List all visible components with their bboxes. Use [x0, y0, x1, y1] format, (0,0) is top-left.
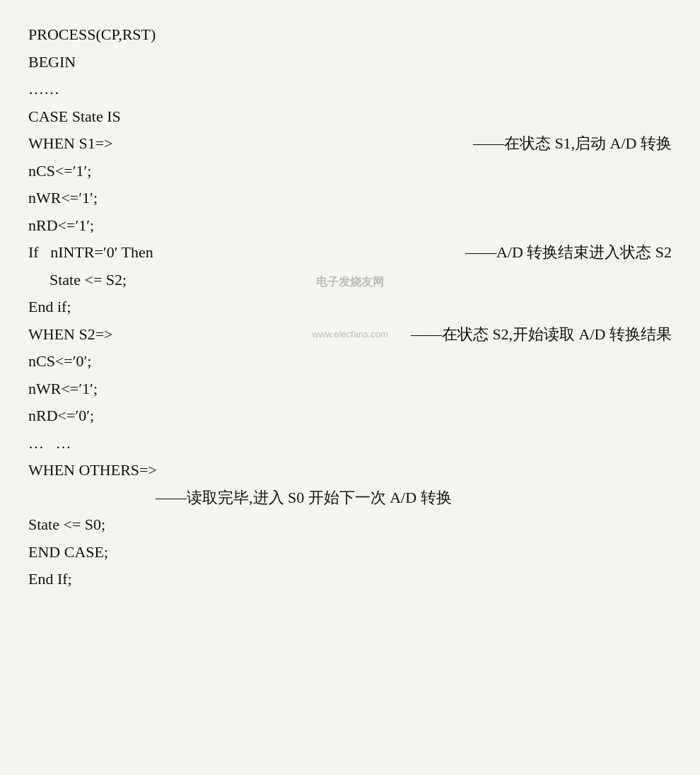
line-when-others: WHEN OTHERS=> [28, 457, 672, 484]
line-begin: BEGIN [28, 49, 672, 76]
line-ncs1: nCS<=′1′; [28, 158, 672, 185]
line-ncs2: nCS<=′0′; [28, 348, 672, 375]
code-block: PROCESS(CP,RST) BEGIN …… CASE State IS W… [28, 21, 672, 593]
line-nwr1: nWR<=′1′; [28, 185, 672, 212]
line-state-s0: State <= S0; [28, 511, 672, 539]
line-state-s2: State <= S2; [28, 267, 672, 294]
line-end-if1: End if; 电子发烧友网 www.elecfans.com [28, 293, 672, 321]
line-nwr2: nWR<=′1′; [28, 375, 672, 403]
line-when-s2: WHEN S2=> ——在状态 S2,开始读取 A/D 转换结果 [28, 321, 672, 349]
line-nrd2: nRD<=′0′; [28, 402, 672, 430]
line-if-nintr: If nINTR=′0′ Then ——A/D 转换结束进入状态 S2 [28, 239, 672, 267]
line-end-if2: End If; [28, 566, 672, 593]
line-when-s1: WHEN S1=> ——在状态 S1,启动 A/D 转换 [28, 130, 672, 158]
line-comment-others: ——读取完毕,进入 S0 开始下一次 A/D 转换 [28, 484, 672, 512]
line-process: PROCESS(CP,RST) [28, 21, 672, 49]
line-dots1: …… [28, 76, 672, 103]
line-case: CASE State IS [28, 103, 672, 131]
line-nrd1: nRD<=′1′; [28, 212, 672, 240]
line-end-case: END CASE; [28, 539, 672, 566]
line-dots2: … … [28, 430, 672, 458]
